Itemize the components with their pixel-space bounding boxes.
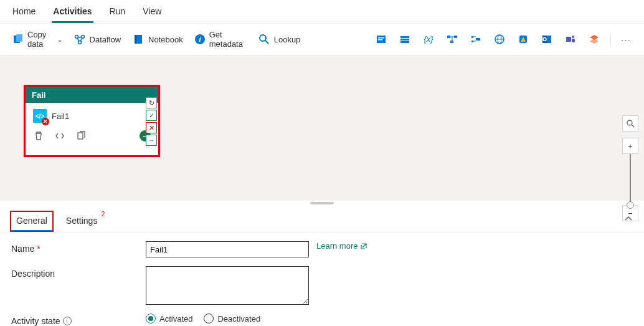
lookup-button[interactable]: Lookup [253, 31, 306, 48]
zoom-in-button[interactable]: + [622, 138, 638, 154]
svg-point-2 [75, 36, 78, 39]
databricks-button[interactable] [583, 31, 605, 48]
outlook-button[interactable] [536, 31, 558, 48]
name-input[interactable] [146, 241, 309, 257]
dataflow-button[interactable]: Dataflow [69, 31, 126, 48]
svg-point-4 [78, 41, 81, 44]
svg-rect-6 [135, 35, 136, 44]
outlook-icon [541, 33, 553, 46]
svg-text:{x}: {x} [424, 34, 434, 44]
toolbar-separator [610, 32, 611, 47]
description-label: Description [11, 266, 146, 279]
panel-splitter[interactable] [0, 201, 644, 206]
variable-icon: {x} [422, 33, 435, 46]
pipeline-icon [446, 33, 458, 46]
svg-rect-37 [78, 133, 83, 139]
web-button[interactable] [488, 31, 511, 48]
svg-line-10 [265, 41, 268, 44]
external-link-icon [360, 242, 367, 250]
azure-button[interactable] [512, 31, 534, 48]
zoom-slider[interactable] [630, 154, 631, 205]
svg-rect-34 [572, 39, 575, 42]
description-input[interactable] [146, 266, 309, 305]
name-label: Name* [11, 241, 146, 254]
svg-rect-22 [471, 41, 473, 42]
svg-rect-13 [378, 39, 382, 41]
svg-point-33 [572, 36, 574, 38]
tab-settings[interactable]: Settings 2 [61, 212, 103, 231]
info-icon: i [194, 33, 206, 46]
copy-icon[interactable] [75, 130, 87, 141]
svg-rect-19 [454, 36, 457, 38]
tab-home[interactable]: Home [11, 4, 37, 23]
pipeline-button[interactable] [441, 31, 463, 48]
copy-data-icon [12, 33, 24, 46]
search-icon [258, 33, 270, 46]
activities-toolbar: Copy data ⌄ Dataflow Notebook i Get meta… [0, 24, 644, 55]
svg-rect-1 [16, 34, 22, 42]
copy-data-button[interactable]: Copy data ⌄ [7, 27, 67, 51]
on-skip-connector[interactable]: ↻ [146, 97, 157, 108]
sql-icon [399, 33, 411, 46]
svg-rect-20 [450, 41, 453, 43]
svg-rect-18 [447, 36, 450, 38]
pipeline-canvas[interactable]: Fail </> Fail1 ➔ ↻ ✓ ✕ → + [0, 55, 644, 201]
foreach-button[interactable] [465, 31, 487, 48]
svg-line-39 [632, 125, 634, 127]
tab-settings-label: Settings [66, 216, 98, 226]
variable-button[interactable]: {x} [417, 31, 440, 48]
radio-deactivated[interactable]: Deactivated [204, 314, 260, 324]
learn-more-link[interactable]: Learn more [316, 241, 367, 251]
lookup-label: Lookup [274, 35, 301, 44]
radio-deactivated-label: Deactivated [217, 314, 260, 324]
dataflow-label: Dataflow [90, 35, 121, 44]
notebook-button[interactable]: Notebook [127, 31, 188, 48]
get-metadata-button[interactable]: i Get metadata [189, 27, 252, 51]
code-icon[interactable] [54, 130, 65, 141]
get-metadata-label: Get metadata [209, 30, 247, 49]
tab-activities[interactable]: Activities [52, 4, 93, 23]
more-button[interactable]: ··· [616, 32, 637, 47]
svg-rect-12 [378, 37, 384, 39]
teams-button[interactable] [559, 31, 582, 48]
svg-point-9 [260, 35, 266, 41]
copy-data-label: Copy data [27, 30, 54, 49]
delete-icon[interactable] [33, 130, 44, 141]
activity-type-label: Fail [26, 87, 158, 103]
dataflow-icon [73, 33, 86, 46]
svg-rect-32 [566, 37, 571, 42]
radio-activated[interactable]: Activated [146, 314, 192, 324]
svg-point-38 [627, 120, 632, 125]
script-icon [375, 33, 387, 46]
on-completion-connector[interactable]: → [146, 135, 157, 146]
chevron-down-icon: ⌄ [57, 36, 62, 43]
radio-activated-label: Activated [159, 314, 192, 324]
info-icon[interactable]: i [63, 317, 72, 325]
properties-tabs: General Settings 2 [0, 206, 644, 233]
activity-state-group: Activated Deactivated [146, 314, 260, 324]
ellipsis-icon: ··· [621, 35, 632, 44]
svg-rect-21 [471, 36, 473, 38]
on-success-connector[interactable]: ✓ [146, 110, 157, 121]
notebook-icon [132, 33, 144, 46]
settings-error-badge: 2 [102, 211, 105, 218]
teams-icon [564, 33, 577, 46]
tab-run[interactable]: Run [108, 4, 127, 23]
script-button[interactable] [370, 31, 392, 48]
tab-view[interactable]: View [141, 4, 163, 23]
activity-connectors: ↻ ✓ ✕ → [146, 97, 158, 146]
sql-button[interactable] [394, 31, 416, 48]
svg-rect-23 [476, 38, 480, 41]
tab-general[interactable]: General [10, 211, 54, 232]
activity-name-label: Fail1 [52, 112, 69, 121]
azure-icon [517, 33, 529, 46]
fail-activity-icon: </> [33, 109, 47, 123]
activity-fail-card[interactable]: Fail </> Fail1 ➔ [24, 85, 160, 157]
svg-rect-15 [400, 39, 409, 41]
canvas-search-button[interactable] [622, 115, 638, 132]
svg-marker-36 [590, 39, 599, 44]
foreach-icon [470, 33, 482, 46]
activity-state-label: Activity state i [11, 314, 146, 326]
collapse-panel-icon[interactable] [624, 214, 633, 223]
on-fail-connector[interactable]: ✕ [146, 122, 157, 133]
